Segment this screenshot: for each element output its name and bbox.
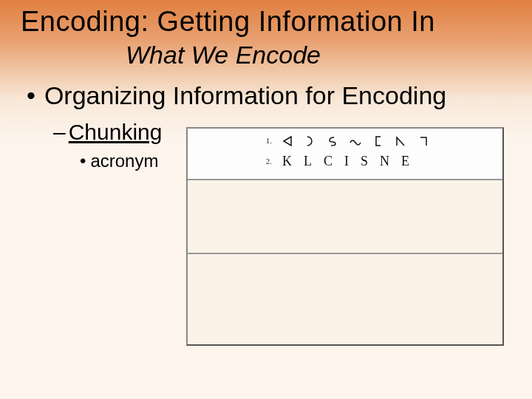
line-index-1: 1.: [262, 133, 272, 149]
half-circle-right-icon: [304, 135, 315, 147]
sub-sub-item-acronym: acronym: [80, 151, 158, 171]
sub-item-label: Chunking: [69, 120, 163, 144]
bracket-left-icon: [374, 135, 383, 147]
glyph-row: [282, 135, 429, 147]
figure-line-2: 2. KLCISNE: [262, 149, 429, 174]
figure-line-1: 1.: [262, 133, 429, 149]
triangle-left-icon: [282, 135, 293, 147]
figure-content: 1. 2. KLCISNE: [262, 133, 429, 174]
main-bullet: Organizing Information for Encoding: [27, 81, 446, 110]
figure-row-2: [188, 180, 502, 254]
corner-top-right-icon: [418, 135, 429, 147]
s-hook-icon: [327, 135, 337, 147]
figure-panel: 1. 2. KLCISNE: [186, 127, 504, 346]
wave-icon: [349, 135, 362, 147]
figure-row-1: 1. 2. KLCISNE: [188, 129, 502, 180]
dash-icon: –: [53, 120, 66, 144]
slide-subtitle: What We Encode: [126, 41, 321, 69]
line-index-2: 2.: [262, 154, 272, 169]
letter-row: KLCISNE: [282, 149, 421, 174]
sub-item-chunking: –Chunking: [53, 120, 162, 145]
angle-up-left-icon: [395, 135, 406, 147]
slide-title: Encoding: Getting Information In: [21, 6, 435, 38]
